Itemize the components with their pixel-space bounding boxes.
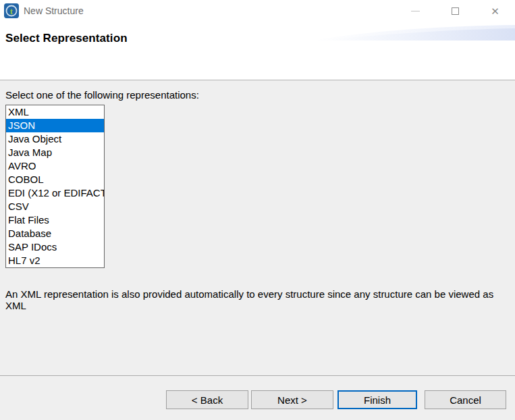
titlebar: t New Structure ✕ [0, 0, 515, 22]
list-item[interactable]: HL7 v2 [6, 254, 104, 267]
list-item[interactable]: Database [6, 227, 104, 240]
close-button[interactable]: ✕ [475, 0, 515, 22]
svg-text:t: t [10, 7, 13, 16]
list-item[interactable]: Flat Files [6, 213, 104, 227]
caption-buttons: ✕ [396, 0, 515, 22]
back-button[interactable]: < Back [166, 390, 248, 409]
xml-note: An XML representation is also provided a… [5, 288, 512, 311]
next-button[interactable]: Next > [251, 390, 333, 409]
list-item[interactable]: JSON [6, 119, 104, 132]
representation-label: Select one of the following representati… [5, 89, 199, 101]
wizard-banner: t New Structure ✕ Select Representation [0, 0, 515, 80]
list-item[interactable]: XML [6, 105, 104, 119]
list-item[interactable]: EDI (X12 or EDIFACT) [6, 186, 104, 200]
minimize-icon [411, 11, 420, 11]
minimize-button[interactable] [396, 0, 435, 22]
finish-button[interactable]: Finish [337, 390, 417, 409]
representation-list[interactable]: XMLJSONJava ObjectJava MapAVROCOBOLEDI (… [5, 105, 105, 268]
banner-swoosh-decoration [313, 23, 515, 41]
maximize-icon [452, 7, 459, 15]
app-icon: t [4, 3, 19, 18]
close-icon: ✕ [491, 6, 499, 16]
list-item[interactable]: COBOL [6, 173, 104, 186]
new-structure-dialog: t New Structure ✕ Select Representation … [0, 0, 515, 420]
list-item[interactable]: CSV [6, 200, 104, 213]
page-title: Select Representation [5, 32, 128, 45]
window-title: New Structure [24, 5, 84, 16]
cancel-button[interactable]: Cancel [425, 390, 506, 409]
footer-divider [0, 375, 515, 377]
list-item[interactable]: SAP IDocs [6, 240, 104, 254]
list-item[interactable]: Java Object [6, 132, 104, 146]
list-item[interactable]: AVRO [6, 159, 104, 173]
list-item[interactable]: Java Map [6, 146, 104, 159]
maximize-button[interactable] [435, 0, 475, 22]
